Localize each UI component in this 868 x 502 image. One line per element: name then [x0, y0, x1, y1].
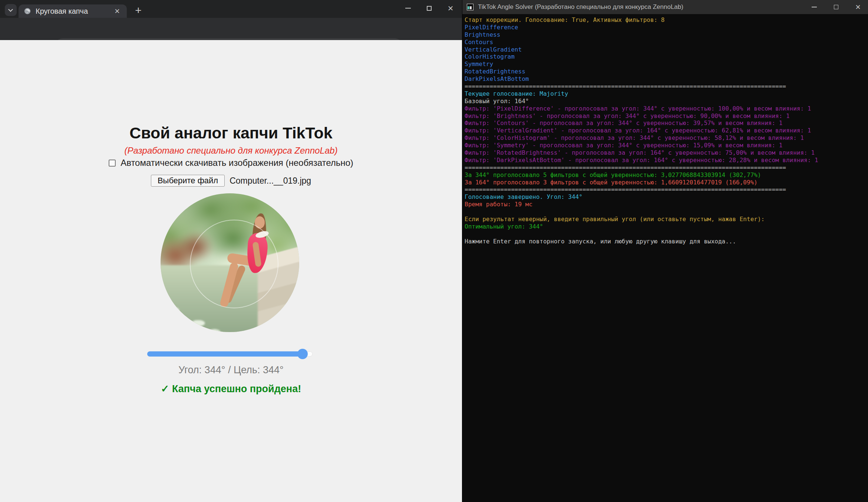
file-input-row: Выберите файл Computer...__019.jpg — [0, 175, 462, 187]
console-minimize-button[interactable] — [806, 0, 823, 14]
console-output: Старт коррекции. Голосование: True, Акти… — [465, 16, 867, 245]
page-title: Свой аналог капчи TikTok — [0, 124, 462, 142]
choose-file-button[interactable]: Выберите файл — [151, 175, 225, 187]
console-line: Нажмите Enter для повторного запуска, ил… — [465, 238, 867, 245]
console-line: За 164° проголосовало 3 фильтров с общей… — [465, 179, 867, 186]
captcha-page: Свой аналог капчи TikTok (Разработано сп… — [0, 40, 462, 502]
maximize-icon — [834, 5, 838, 9]
auto-download-row: Автоматически скачивать изображения (нео… — [0, 158, 462, 168]
success-message: ✓ Капча успешно пройдена! — [0, 383, 462, 395]
angle-slider[interactable] — [147, 351, 313, 357]
console-line: Symmetry — [465, 60, 867, 68]
console-line: PixelDifference — [465, 24, 867, 31]
tab-active[interactable]: Круговая капча × — [19, 4, 127, 18]
angle-status-text: Угол: 344° / Цель: 344° — [0, 364, 462, 376]
console-icon — [467, 4, 473, 10]
minimize-icon — [812, 7, 817, 7]
console-line: DarkPixelsAtBottom — [465, 75, 867, 83]
console-line: Фильтр: 'Contours' - проголосовал за уго… — [465, 119, 867, 127]
console-line: VerticalGradient — [465, 46, 867, 53]
minimize-icon — [405, 8, 411, 9]
angle-slider-thumb[interactable] — [297, 349, 308, 359]
console-line: Оптимальный угол: 344° — [465, 223, 867, 230]
console-line: Если результат неверный, введите правиль… — [465, 216, 867, 223]
console-line: Фильтр: 'PixelDifference' - проголосовал… — [465, 105, 867, 112]
chevron-down-icon — [8, 7, 13, 12]
console-line — [465, 208, 867, 216]
console-line: Базовый угол: 164° — [465, 98, 867, 105]
console-line: ========================================… — [465, 164, 867, 171]
globe-favicon-icon — [24, 7, 31, 15]
console-line: Contours — [465, 39, 867, 46]
console-line: ========================================… — [465, 83, 867, 90]
captcha-ring-overlay — [190, 220, 278, 308]
slider-fill — [147, 351, 303, 357]
auto-download-label: Автоматически скачивать изображения (нео… — [121, 158, 353, 168]
console-line: Фильтр: 'VerticalGradient' - проголосова… — [465, 127, 867, 134]
console-close-button[interactable]: × — [849, 0, 867, 14]
browser-maximize-button[interactable] — [420, 0, 438, 16]
console-line: Фильтр: 'DarkPixelsAtBottom' - проголосо… — [465, 157, 867, 164]
tab-title: Круговая капча — [36, 7, 113, 16]
console-title: TikTok Angle Solver (Разработано специал… — [478, 0, 683, 14]
selected-file-name: Computer...__019.jpg — [230, 176, 311, 186]
console-line: Фильтр: 'Symmetry' - проголосовал за уго… — [465, 142, 867, 149]
maximize-icon — [427, 6, 432, 11]
close-icon: × — [448, 3, 453, 13]
auto-download-checkbox[interactable] — [109, 160, 116, 167]
console-line: Фильтр: 'ColorHistogram' - проголосовал … — [465, 134, 867, 142]
captcha-image — [161, 193, 299, 332]
console-window: TikTok Angle Solver (Разработано специал… — [462, 0, 868, 502]
console-line — [465, 230, 867, 238]
console-maximize-button[interactable] — [828, 0, 845, 14]
console-line: Время работы: 19 мс — [465, 201, 867, 208]
console-line: Старт коррекции. Голосование: True, Акти… — [465, 16, 867, 24]
console-line: За 344° проголосовало 5 фильтров с общей… — [465, 171, 867, 179]
tab-close-icon[interactable]: × — [113, 7, 122, 16]
console-line: ColorHistogram — [465, 53, 867, 60]
tab-search-button[interactable] — [5, 4, 17, 16]
screen: Круговая капча × + × ← → ↻ i Файл C:/Use… — [0, 0, 868, 502]
console-line: Фильтр: 'Brightness' - проголосовал за у… — [465, 112, 867, 120]
console-line: Голосование завершено. Угол: 344° — [465, 193, 867, 201]
console-titlebar[interactable]: TikTok Angle Solver (Разработано специал… — [462, 0, 868, 14]
browser-toolbar: ← → ↻ i Файл C:/Users/Samson/source/repo… — [0, 18, 462, 40]
console-line: Brightness — [465, 31, 867, 39]
new-tab-button[interactable]: + — [132, 4, 145, 17]
console-line: Фильтр: 'RotatedBrightness' - проголосов… — [465, 149, 867, 157]
page-subtitle: (Разработано специально для конкурса Zen… — [0, 145, 462, 156]
browser-window: Круговая капча × + × ← → ↻ i Файл C:/Use… — [0, 0, 462, 502]
tab-strip: Круговая капча × + × — [0, 0, 462, 18]
console-line: ========================================… — [465, 186, 867, 193]
browser-close-button[interactable]: × — [442, 0, 459, 16]
close-icon: × — [855, 3, 861, 12]
console-line: RotatedBrightness — [465, 68, 867, 75]
browser-minimize-button[interactable] — [399, 0, 416, 16]
console-line: Текущее голосование: Majority — [465, 90, 867, 98]
